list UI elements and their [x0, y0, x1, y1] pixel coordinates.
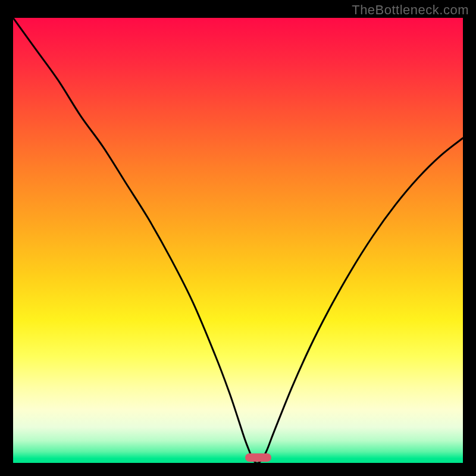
watermark-text: TheBottleneck.com: [352, 2, 469, 18]
curve-path: [13, 18, 463, 463]
plot-area: [13, 18, 463, 463]
bottleneck-curve: [13, 18, 463, 463]
chart-frame: TheBottleneck.com: [0, 0, 476, 476]
optimal-marker: [245, 453, 271, 462]
